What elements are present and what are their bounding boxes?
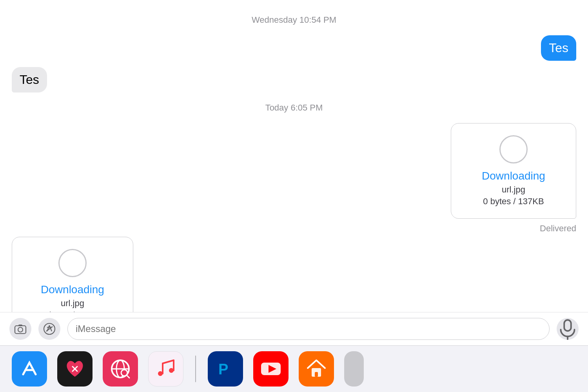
paypal-icon: P (214, 357, 237, 381)
dock-youtube[interactable] (253, 351, 289, 387)
svg-rect-2 (18, 325, 22, 326)
svg-rect-25 (315, 372, 318, 377)
microphone-icon (557, 318, 579, 340)
svg-line-20 (163, 360, 174, 363)
app-store-icon (18, 357, 41, 381)
dock-music[interactable] (148, 351, 183, 387)
timestamp-today: Today 6:05 PM (0, 103, 588, 113)
dock-paypal[interactable]: P (208, 351, 243, 387)
filesize-sent: 0 bytes / 137KB (483, 196, 544, 207)
dock-unknown-black[interactable] (57, 351, 93, 387)
svg-text:P: P (218, 361, 228, 377)
filesize-received: 0 bytes / 137KB (42, 310, 103, 312)
dock: P (0, 345, 588, 392)
input-bar (0, 312, 588, 345)
svg-line-6 (47, 325, 49, 331)
download-bubble-received[interactable]: Downloading url.jpg 0 bytes / 137KB (12, 237, 133, 312)
dock-app-store[interactable] (12, 351, 47, 387)
downloading-label-sent: Downloading (482, 170, 545, 182)
music-icon (154, 357, 178, 381)
svg-rect-8 (564, 320, 571, 331)
filename-received: url.jpg (61, 298, 84, 309)
filename-sent: url.jpg (502, 185, 525, 195)
dock-search-pink[interactable] (103, 351, 138, 387)
svg-point-1 (18, 327, 23, 332)
dock-home[interactable] (299, 351, 334, 387)
bubble-sent-tes[interactable]: Tes (541, 35, 576, 61)
message-row-received-download: Downloading url.jpg 0 bytes / 137KB (12, 237, 576, 312)
download-circle-sent (499, 135, 528, 163)
imessage-input[interactable] (67, 318, 550, 340)
message-row-sent-tes: Tes (12, 35, 576, 61)
heart-break-icon (63, 357, 87, 381)
downloading-label-received: Downloading (41, 283, 104, 296)
dock-partial[interactable] (344, 351, 364, 387)
delivered-label: Delivered (0, 223, 576, 234)
message-row-received-tes: Tes (12, 67, 576, 93)
dock-separator (195, 356, 196, 382)
timestamp-wednesday: Wednesday 10:54 PM (0, 15, 588, 25)
message-row-sent-download: Downloading url.jpg 0 bytes / 137KB (12, 123, 576, 219)
camera-icon (14, 323, 27, 335)
download-bubble-sent[interactable]: Downloading url.jpg 0 bytes / 137KB (451, 123, 576, 219)
microphone-button[interactable] (557, 318, 579, 340)
home-icon (305, 357, 328, 381)
appstore-icon (43, 323, 56, 335)
youtube-icon (259, 357, 283, 381)
bubble-received-tes[interactable]: Tes (12, 67, 47, 93)
camera-button[interactable] (9, 318, 31, 340)
svg-line-17 (127, 375, 129, 378)
download-circle-received (58, 249, 87, 277)
messages-container: Wednesday 10:54 PM Tes Tes Today 6:05 PM… (0, 0, 588, 312)
appstore-button[interactable] (38, 318, 60, 340)
globe-search-icon (109, 357, 132, 381)
